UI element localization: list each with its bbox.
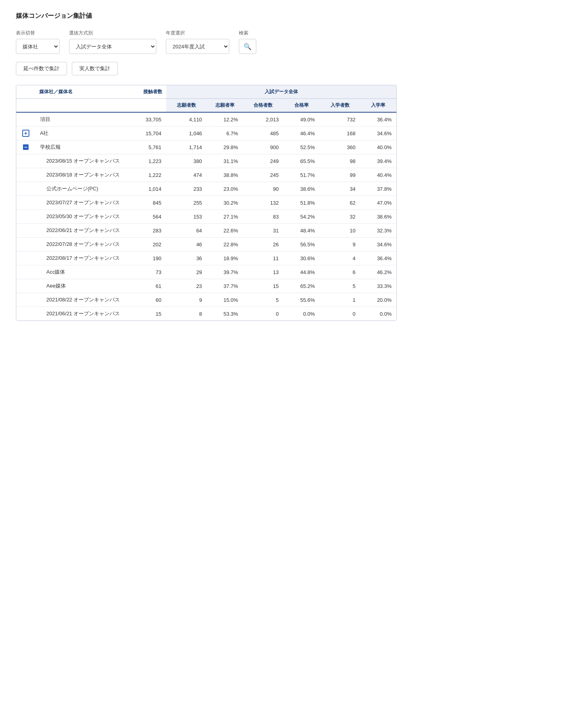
cell-pass: 26 <box>243 238 283 251</box>
cell-contact: 564 <box>125 210 166 224</box>
cell-enroll: 1 <box>320 293 360 307</box>
cell-enroll-rate: 34.6% <box>360 127 396 140</box>
cell-enroll-rate: 40.4% <box>360 168 396 182</box>
cell-name: Acc媒体 <box>35 265 126 279</box>
cell-app: 46 <box>166 238 207 251</box>
cell-pass: 13 <box>243 265 283 279</box>
cell-pass-rate: 30.6% <box>284 251 320 265</box>
header-contact-col: 接触者数 <box>125 85 166 99</box>
display-filter-group: 表示切替 媒体社 <box>16 30 60 54</box>
cell-enroll-rate: 40.0% <box>360 140 396 154</box>
col-app-rate: 志願者率 <box>207 99 243 113</box>
cell-enroll-rate: 37.8% <box>360 182 396 196</box>
cell-enroll: 6 <box>320 265 360 279</box>
cell-enroll: 0 <box>320 307 360 321</box>
cell-enroll: 62 <box>320 196 360 210</box>
cell-pass: 249 <box>243 154 283 168</box>
aggregate-extended-button[interactable]: 延べ件数で集計 <box>16 62 67 75</box>
cell-name: 2021/08/22 オープンキャンパス <box>35 293 126 307</box>
cell-pass-rate: 65.2% <box>284 279 320 293</box>
cell-enroll: 732 <box>320 112 360 127</box>
cell-app: 380 <box>166 154 207 168</box>
cell-pass: 31 <box>243 224 283 238</box>
method-select[interactable]: 入試データ全体 <box>69 39 156 54</box>
cell-enroll-rate: 34.6% <box>360 238 396 251</box>
col-pass: 合格者数 <box>243 99 283 113</box>
cell-app: 255 <box>166 196 207 210</box>
cell-pass-rate: 44.8% <box>284 265 320 279</box>
cell-enroll: 360 <box>320 140 360 154</box>
cell-app-rate: 53.3% <box>207 307 243 321</box>
cell-enroll-rate: 20.0% <box>360 293 396 307</box>
cell-name: 2021/06/21 オープンキャンパス <box>35 307 126 321</box>
year-select[interactable]: 2024年度入試 <box>166 39 229 54</box>
cell-enroll-rate: 36.4% <box>360 251 396 265</box>
aggregate-btn-row: 延べ件数で集計 実人数で集計 <box>16 62 572 75</box>
col-icon <box>16 99 35 113</box>
cell-pass-rate: 38.6% <box>284 182 320 196</box>
col-contact <box>125 99 166 113</box>
cell-contact: 1,222 <box>125 168 166 182</box>
header-group-span: 入試データ全体 <box>166 85 396 99</box>
cell-contact: 845 <box>125 196 166 210</box>
search-icon: 🔍 <box>244 43 252 50</box>
col-enroll: 入学者数 <box>320 99 360 113</box>
cell-enroll: 34 <box>320 182 360 196</box>
page-title: 媒体コンバージョン集計値 <box>16 12 572 20</box>
table-row: 2022/07/28 オープンキャンパス2024622.8%2656.5%934… <box>16 238 396 251</box>
table-row: +A社15,7041,0466.7%48546.4%16834.6% <box>16 127 396 140</box>
cell-enroll-rate: 36.4% <box>360 112 396 127</box>
cell-pass: 245 <box>243 168 283 182</box>
cell-enroll-rate: 32.3% <box>360 224 396 238</box>
cell-pass-rate: 46.4% <box>284 127 320 140</box>
cell-app-rate: 18.9% <box>207 251 243 265</box>
cell-enroll-rate: 38.6% <box>360 210 396 224</box>
cell-contact: 283 <box>125 224 166 238</box>
table-row: 2023/08/18 オープンキャンパス1,22247438.8%24551.7… <box>16 168 396 182</box>
table-row: 項目33,7054,11012.2%2,01349.0%73236.4% <box>16 112 396 127</box>
cell-app: 474 <box>166 168 207 182</box>
cell-enroll: 32 <box>320 210 360 224</box>
cell-app: 29 <box>166 265 207 279</box>
header-name-col: 媒体社／媒体名 <box>35 85 126 99</box>
cell-enroll-rate: 39.4% <box>360 154 396 168</box>
cell-app-rate: 29.8% <box>207 140 243 154</box>
display-select[interactable]: 媒体社 <box>16 39 60 54</box>
cell-app: 64 <box>166 224 207 238</box>
table-row: 2023/08/15 オープンキャンパス1,22338031.1%24965.5… <box>16 154 396 168</box>
year-label: 年度選択 <box>166 30 229 36</box>
search-button[interactable]: 🔍 <box>239 39 256 54</box>
cell-contact: 15,704 <box>125 127 166 140</box>
collapse-icon[interactable]: − <box>22 144 29 151</box>
cell-contact: 15 <box>125 307 166 321</box>
aggregate-actual-button[interactable]: 実人数で集計 <box>72 62 118 75</box>
cell-pass: 11 <box>243 251 283 265</box>
cell-contact: 73 <box>125 265 166 279</box>
cell-app-rate: 38.8% <box>207 168 243 182</box>
col-app: 志願者数 <box>166 99 207 113</box>
cell-app-rate: 39.7% <box>207 265 243 279</box>
cell-name: 公式ホームページ(PC) <box>35 182 126 196</box>
cell-pass-rate: 56.5% <box>284 238 320 251</box>
cell-contact: 5,761 <box>125 140 166 154</box>
cell-name: 2023/07/27 オープンキャンパス <box>35 196 126 210</box>
cell-pass: 15 <box>243 279 283 293</box>
col-enroll-rate: 入学率 <box>360 99 396 113</box>
expand-icon[interactable]: + <box>22 130 29 137</box>
search-label: 検索 <box>239 30 256 36</box>
cell-pass-rate: 0.0% <box>284 307 320 321</box>
cell-pass-rate: 54.2% <box>284 210 320 224</box>
cell-pass: 0 <box>243 307 283 321</box>
cell-app: 153 <box>166 210 207 224</box>
cell-pass-rate: 49.0% <box>284 112 320 127</box>
cell-pass-rate: 48.4% <box>284 224 320 238</box>
cell-name: 2023/05/30 オープンキャンパス <box>35 210 126 224</box>
cell-name: 2022/08/17 オープンキャンパス <box>35 251 126 265</box>
cell-name: 2022/06/21 オープンキャンパス <box>35 224 126 238</box>
cell-app: 233 <box>166 182 207 196</box>
col-name <box>35 99 126 113</box>
table-row: −学校広報5,7611,71429.8%90052.5%36040.0% <box>16 140 396 154</box>
cell-app: 23 <box>166 279 207 293</box>
cell-pass: 90 <box>243 182 283 196</box>
cell-pass-rate: 51.8% <box>284 196 320 210</box>
